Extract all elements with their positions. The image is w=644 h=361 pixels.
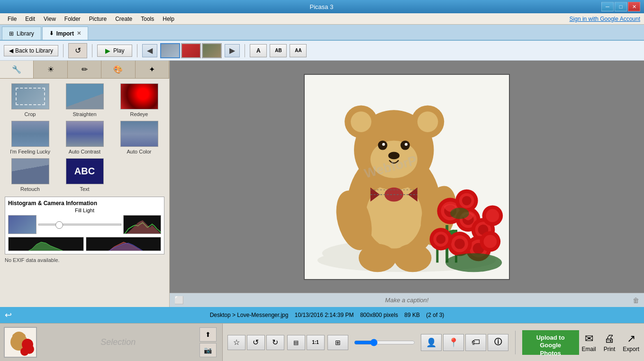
thumbnail-2[interactable] [181,43,201,58]
selection-label: Selection [100,337,136,347]
menu-file[interactable]: File [4,15,20,23]
auto-contrast-tool[interactable]: Auto Contrast [59,121,110,154]
tab-import[interactable]: ⬇ Import ✕ [42,27,88,40]
rotate-left-button[interactable]: ↺ [247,335,265,350]
histogram-section: Histogram & Camera Information Fill Ligh… [5,197,164,254]
next-photo-button[interactable]: ▶ [225,44,240,57]
tool-tab-custom[interactable]: ✦ [136,61,169,78]
mini-histogram-2 [86,237,162,251]
redeye-label: Redeye [130,111,148,117]
upload-icon-2[interactable]: 📷 [200,343,217,357]
filmstrip-thumbnail[interactable] [4,327,37,358]
wrench-icon: 🔧 [12,65,21,74]
auto-color-tool[interactable]: Auto Color [114,121,164,154]
star-button-group: ☆ ↺ ↻ [227,335,284,350]
retouch-thumbnail [11,158,49,184]
menu-create[interactable]: Create [111,15,136,23]
star-button[interactable]: ☆ [227,335,245,350]
collage-button[interactable]: ⊞ [327,335,348,350]
fill-light-label: Fill Light [8,208,161,213]
tags-button[interactable]: 🏷 [465,334,486,351]
text-tool[interactable]: ABC Text [59,158,110,192]
maximize-button[interactable]: □ [615,2,627,11]
caption-placeholder[interactable]: Make a caption! [385,297,429,304]
svg-point-51 [483,235,497,248]
back-to-library-button[interactable]: ◀ Back to Library [4,45,58,56]
thumbnail-1[interactable] [160,43,180,58]
upload-icon-1[interactable]: ⬆ [200,327,217,342]
menu-edit[interactable]: Edit [21,15,39,23]
info-button[interactable]: ⓘ [488,334,508,351]
status-date: 10/13/2016 2:14:39 PM [295,312,354,318]
menu-help[interactable]: Help [159,15,178,23]
tab-close-icon[interactable]: ✕ [77,30,81,36]
straighten-thumbnail [66,83,104,109]
tool-tab-color[interactable]: 🎨 [101,61,135,78]
action-icon-group: 👤 📍 🏷 ⓘ [421,334,508,351]
exif-text: No EXIF data available. [5,257,164,263]
photo-frame: WebforP [304,74,510,280]
menu-picture[interactable]: Picture [85,15,110,23]
view-filmstrip-button[interactable]: ▤ [287,335,305,350]
rotate-right-button[interactable]: ↻ [266,335,284,350]
histogram-title: Histogram & Camera Information [8,200,161,207]
label-aa-button[interactable]: AA [290,44,307,57]
action-buttons: ✉ Email 🖨 Print ↗ Export [582,333,639,352]
bottom-toolbar: ☆ ↺ ↻ ▤ 1:1 ⊞ 👤 📍 🏷 ⓘ Upload to GooglePh… [223,330,644,355]
caption-delete-icon[interactable]: 🗑 [633,297,639,304]
filmstrip-area: Selection ⬆ 📷 [0,324,223,361]
rotate-icon: ↺ [75,46,81,55]
text-thumbnail: ABC [66,158,104,184]
tool-tab-fix[interactable]: 🔧 [0,61,34,78]
crop-tool[interactable]: Crop [5,83,55,117]
rotate-icon-btn[interactable]: ↺ [68,43,87,58]
status-dimensions: 800x800 pixels [360,312,398,318]
tab-library[interactable]: ⊞ Library [2,27,41,40]
play-button[interactable]: ▶ Play [97,45,132,57]
auto-color-thumbnail [120,121,158,147]
slider-handle[interactable] [55,221,63,229]
tool-tab-effects[interactable]: ✏ [68,61,101,78]
svg-point-14 [405,143,408,145]
people-button[interactable]: 👤 [421,334,442,351]
svg-point-20 [394,244,431,271]
svg-point-41 [454,238,465,249]
export-icon: ↗ [627,333,635,345]
redeye-tool[interactable]: Redeye [114,83,164,117]
import-icon: ⬇ [49,30,54,36]
zoom-slider[interactable] [354,339,415,346]
close-button[interactable]: ✕ [628,2,640,11]
tab-bar: ⊞ Library ⬇ Import ✕ [0,25,644,41]
play-icon: ▶ [105,47,110,54]
export-button[interactable]: ↗ Export [623,333,639,352]
camera-icon: 📷 [204,346,212,354]
tab-library-label: Library [17,30,34,37]
pencil-icon: ✏ [82,65,88,74]
svg-point-13 [382,143,385,145]
print-button[interactable]: 🖨 Print [604,333,616,352]
upload-to-google-button[interactable]: Upload to GooglePhotos [522,330,579,355]
menu-tools[interactable]: Tools [137,15,158,23]
retouch-tool[interactable]: Retouch [5,158,55,192]
toolbar-separator2 [92,44,92,57]
lucky-tool[interactable]: I'm Feeling Lucky [5,121,55,154]
print-label: Print [604,346,616,352]
tool-tab-tuning[interactable]: ☀ [34,61,67,78]
thumbnail-3[interactable] [202,43,222,58]
label-ab-button[interactable]: AB [270,44,287,57]
sign-in-link[interactable]: Sign in with Google Account [570,16,640,22]
prev-photo-button[interactable]: ◀ [142,44,157,57]
menu-view[interactable]: View [40,15,60,23]
email-button[interactable]: ✉ Email [582,333,596,352]
window-controls: ─ □ ✕ [601,2,640,11]
label-a-button[interactable]: A [250,44,267,57]
view-1to1-button[interactable]: 1:1 [307,335,325,350]
straighten-tool[interactable]: Straighten [59,83,110,117]
location-button[interactable]: 📍 [443,334,464,351]
upload-arrow-icon: ⬆ [205,331,211,338]
menu-folder[interactable]: Folder [61,15,84,23]
back-arrow-icon: ◀ [9,47,13,54]
svg-point-62 [20,347,29,356]
auto-contrast-label: Auto Contrast [69,149,100,154]
minimize-button[interactable]: ─ [601,2,614,11]
